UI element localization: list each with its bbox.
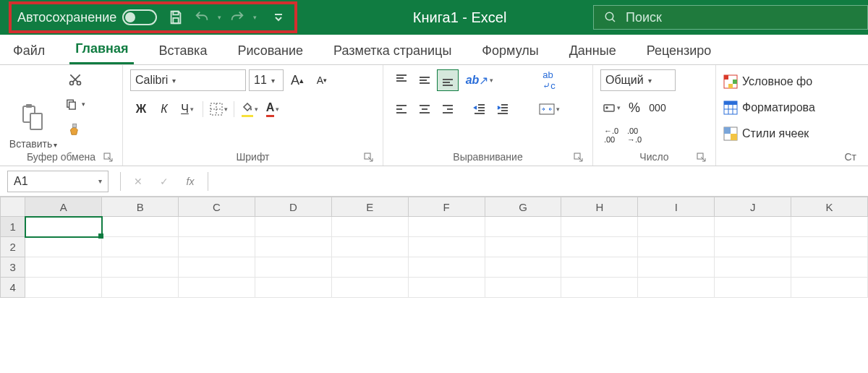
autosave-toggle[interactable] [122,9,157,25]
align-middle-icon[interactable] [414,69,435,91]
redo-icon[interactable] [227,7,247,27]
tab-draw[interactable]: Рисование [231,38,309,64]
align-right-icon[interactable] [437,98,459,120]
tab-home[interactable]: Главная [69,35,134,64]
cell[interactable] [638,217,715,237]
cell[interactable] [791,257,868,278]
name-box[interactable]: A1▾ [7,171,109,192]
align-left-icon[interactable] [391,98,412,120]
cell[interactable] [25,257,102,278]
cell[interactable] [179,217,255,237]
save-icon[interactable] [166,7,186,27]
cell[interactable] [102,257,179,278]
cell[interactable] [102,278,179,298]
enter-formula-icon[interactable]: ✓ [151,171,177,192]
bold-button[interactable]: Ж [130,98,152,120]
row-header-2[interactable]: 2 [0,237,25,257]
increase-font-icon[interactable]: A▴ [286,69,308,91]
cell[interactable] [485,237,562,257]
cell[interactable] [25,237,102,257]
tab-file[interactable]: Файл [7,38,51,64]
undo-icon[interactable] [192,7,212,27]
paste-button[interactable]: Вставить▾ [7,69,59,150]
cell[interactable] [561,237,638,257]
row-header-3[interactable]: 3 [0,257,25,278]
cell[interactable] [715,278,791,298]
cell[interactable] [485,257,562,278]
col-header-I[interactable]: I [638,197,715,217]
cell[interactable] [561,278,638,298]
decrease-indent-icon[interactable] [469,98,490,120]
cell[interactable] [255,278,332,298]
currency-icon[interactable]: ▾ [600,97,622,119]
cell[interactable] [255,237,332,257]
search-box[interactable]: Поиск [593,5,868,30]
percent-icon[interactable]: % [624,97,645,119]
align-center-icon[interactable] [414,98,435,120]
cell[interactable] [332,217,409,237]
col-header-K[interactable]: K [791,197,868,217]
borders-button[interactable]: ▾ [208,98,229,120]
cell[interactable] [179,257,255,278]
col-header-G[interactable]: G [485,197,562,217]
cell-styles-button[interactable]: Стили ячеек [723,123,809,145]
cell[interactable] [715,217,791,237]
cell[interactable] [102,237,179,257]
cell[interactable] [332,257,409,278]
font-color-button[interactable]: A▾ [262,98,284,120]
tab-formulas[interactable]: Формулы [476,38,544,64]
cell[interactable] [715,237,791,257]
number-format-combo[interactable]: Общий▾ [600,69,676,91]
italic-button[interactable]: К [153,98,175,120]
col-header-B[interactable]: B [102,197,179,217]
cell[interactable] [791,237,868,257]
cell[interactable] [332,237,409,257]
align-top-icon[interactable] [391,69,412,91]
cell[interactable] [791,217,868,237]
cell[interactable] [102,217,179,237]
format-as-table-button[interactable]: Форматирова [723,97,815,119]
col-header-J[interactable]: J [715,197,791,217]
cell[interactable] [409,278,485,298]
fill-color-button[interactable]: ▾ [239,98,260,120]
decrease-font-icon[interactable]: A▾ [311,69,333,91]
tab-insert[interactable]: Вставка [153,38,213,64]
cell[interactable] [255,217,332,237]
copy-icon[interactable]: ▾ [65,94,85,114]
redo-dropdown-icon[interactable]: ▾ [253,14,257,21]
tab-review[interactable]: Рецензиро [641,38,718,64]
col-header-C[interactable]: C [179,197,255,217]
comma-style-icon[interactable]: 000 [647,97,668,119]
formula-input[interactable] [213,171,868,192]
col-header-H[interactable]: H [561,197,638,217]
dialog-launcher-icon[interactable] [364,153,374,163]
cell-A1[interactable] [25,217,102,237]
cut-icon[interactable] [65,69,85,90]
col-header-F[interactable]: F [409,197,485,217]
dialog-launcher-icon[interactable] [697,153,707,163]
cell[interactable] [638,237,715,257]
cell[interactable] [409,257,485,278]
dialog-launcher-icon[interactable] [574,153,584,163]
select-all-corner[interactable] [0,197,25,217]
align-bottom-icon[interactable] [437,69,459,91]
increase-indent-icon[interactable] [492,98,514,120]
cell[interactable] [179,278,255,298]
row-header-4[interactable]: 4 [0,278,25,298]
font-name-combo[interactable]: Calibri▾ [130,69,246,91]
orientation-icon[interactable]: ab↗▾ [469,69,490,91]
cell[interactable] [485,278,562,298]
cell[interactable] [409,217,485,237]
row-header-1[interactable]: 1 [0,217,25,237]
tab-page-layout[interactable]: Разметка страницы [328,38,457,64]
cell[interactable] [179,237,255,257]
customize-qat-icon[interactable] [268,7,289,27]
col-header-D[interactable]: D [255,197,332,217]
cancel-formula-icon[interactable]: ✕ [125,171,151,192]
cell[interactable] [561,217,638,237]
insert-function-icon[interactable]: fx [177,171,203,192]
increase-decimal-icon[interactable]: ←.0.00 [600,124,622,146]
merge-center-icon[interactable]: ▾ [535,98,563,120]
cell[interactable] [409,237,485,257]
cell[interactable] [255,257,332,278]
